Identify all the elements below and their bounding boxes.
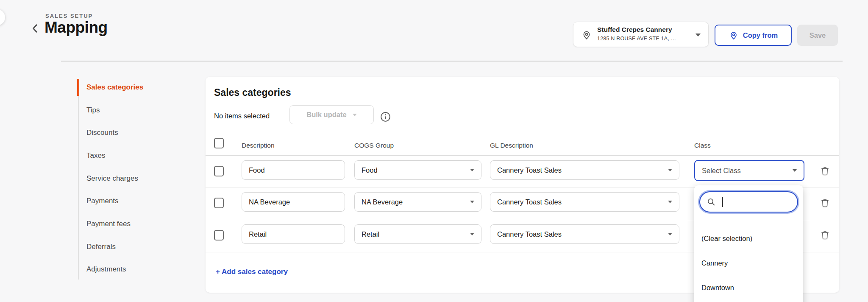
delete-row-button[interactable] <box>820 166 830 177</box>
column-header-gl-description: GL Description <box>490 142 533 149</box>
info-icon[interactable] <box>380 111 391 123</box>
sidebar-item-service-charges[interactable]: Service charges <box>77 167 200 190</box>
option-label: (Clear selection) <box>701 235 752 243</box>
trash-icon <box>820 198 830 208</box>
sidebar-item-label: Taxes <box>86 151 105 160</box>
gl-description-select[interactable]: Cannery Toast Sales <box>490 224 679 244</box>
gl-description-value: Cannery Toast Sales <box>497 230 562 238</box>
sidebar-item-label: Deferrals <box>86 243 116 251</box>
sidebar-item-adjustments[interactable]: Adjustments <box>77 258 200 281</box>
sidebar-item-label: Adjustments <box>86 265 126 274</box>
selection-status: No items selected <box>214 112 270 120</box>
select-all-checkbox[interactable] <box>214 138 224 148</box>
chevron-down-icon <box>696 34 701 36</box>
copy-from-button[interactable]: Copy from <box>715 25 792 46</box>
sidebar-item-label: Discounts <box>86 129 118 137</box>
sidebar-item-label: Payment fees <box>86 220 131 228</box>
description-input[interactable]: Retail <box>242 224 345 244</box>
row-checkbox[interactable] <box>214 198 224 208</box>
trash-icon <box>820 230 830 240</box>
search-input[interactable] <box>721 198 780 206</box>
cogs-group-select[interactable]: Retail <box>354 224 481 244</box>
breadcrumb-eyebrow: SALES SETUP <box>45 13 93 19</box>
row-checkbox[interactable] <box>214 230 224 240</box>
sidebar-item-label: Sales categories <box>86 83 143 92</box>
bulk-update-label: Bulk update <box>306 111 346 119</box>
edge-floating-button[interactable] <box>0 9 5 25</box>
option-label: Downtown <box>701 284 734 292</box>
sidebar-item-payment-fees[interactable]: Payment fees <box>77 213 200 235</box>
class-select-placeholder: Select Class <box>702 167 741 175</box>
description-value: Retail <box>249 230 267 238</box>
chevron-down-icon <box>470 233 474 235</box>
gl-description-value: Cannery Toast Sales <box>497 198 562 206</box>
sidebar-item-discounts[interactable]: Discounts <box>77 121 200 144</box>
cogs-group-value: Food <box>362 166 378 174</box>
cogs-group-value: Retail <box>362 230 379 238</box>
column-header-cogs-group: COGS Group <box>354 142 394 149</box>
settings-sidebar: Sales categories Tips Discounts Taxes Se… <box>77 76 200 281</box>
chevron-down-icon <box>668 233 672 235</box>
location-selector[interactable]: Stuffed Crepes Cannery 1285 N ROUSE AVE … <box>573 22 709 47</box>
bulk-update-button[interactable]: Bulk update <box>289 105 374 124</box>
option-label: Cannery <box>701 259 728 267</box>
gl-description-value: Cannery Toast Sales <box>497 166 562 174</box>
cogs-group-value: NA Beverage <box>362 198 403 206</box>
text-cursor <box>722 197 723 207</box>
sidebar-item-sales-categories[interactable]: Sales categories <box>77 76 200 99</box>
gl-description-select[interactable]: Cannery Toast Sales <box>490 192 679 212</box>
column-header-description: Description <box>242 142 275 149</box>
delete-row-button[interactable] <box>820 230 830 241</box>
location-address: 1285 N ROUSE AVE STE 1A, … <box>597 36 676 42</box>
sidebar-item-deferrals[interactable]: Deferrals <box>77 235 200 258</box>
save-label: Save <box>810 31 826 39</box>
search-icon <box>706 197 716 207</box>
chevron-down-icon <box>793 169 797 172</box>
chevron-down-icon <box>353 114 357 116</box>
page-title: Mapping <box>45 19 108 36</box>
sidebar-item-label: Tips <box>86 106 100 115</box>
cogs-group-select[interactable]: NA Beverage <box>354 192 481 212</box>
class-option-downtown[interactable]: Downtown <box>694 275 803 300</box>
description-value: NA Beverage <box>249 198 290 206</box>
class-search-field[interactable] <box>699 191 798 213</box>
delete-row-button[interactable] <box>820 198 830 209</box>
description-value: Food <box>249 166 265 174</box>
map-pin-icon <box>581 29 592 40</box>
sidebar-item-label: Service charges <box>86 174 138 183</box>
chevron-left-icon <box>29 22 42 35</box>
class-dropdown-menu: (Clear selection) Cannery Downtown <box>694 185 803 302</box>
sidebar-item-taxes[interactable]: Taxes <box>77 144 200 167</box>
add-sales-category-link[interactable]: + Add sales category <box>216 268 288 276</box>
chevron-down-icon <box>470 169 474 171</box>
location-name: Stuffed Crepes Cannery <box>597 26 672 34</box>
class-select-open[interactable]: Select Class <box>694 160 804 181</box>
class-option-cannery[interactable]: Cannery <box>694 251 803 275</box>
description-input[interactable]: NA Beverage <box>242 192 345 212</box>
save-button[interactable]: Save <box>797 25 838 46</box>
back-button[interactable] <box>29 22 42 35</box>
class-option-clear-selection[interactable]: (Clear selection) <box>694 226 803 251</box>
description-input[interactable]: Food <box>242 160 345 180</box>
copy-from-label: Copy from <box>743 31 778 39</box>
chevron-down-icon <box>470 201 474 203</box>
header-divider <box>61 61 843 62</box>
chevron-down-icon <box>668 201 672 203</box>
sidebar-item-label: Payments <box>86 197 119 205</box>
chevron-down-icon <box>668 169 672 171</box>
column-header-class: Class <box>694 142 711 149</box>
divider <box>206 155 839 156</box>
trash-icon <box>820 166 830 176</box>
row-checkbox[interactable] <box>214 166 224 176</box>
map-pin-icon <box>729 30 739 40</box>
active-indicator <box>77 79 79 96</box>
cogs-group-select[interactable]: Food <box>354 160 481 180</box>
gl-description-select[interactable]: Cannery Toast Sales <box>490 160 679 180</box>
panel-heading: Sales categories <box>214 87 291 98</box>
sidebar-item-tips[interactable]: Tips <box>77 99 200 122</box>
sidebar-item-payments[interactable]: Payments <box>77 190 200 213</box>
